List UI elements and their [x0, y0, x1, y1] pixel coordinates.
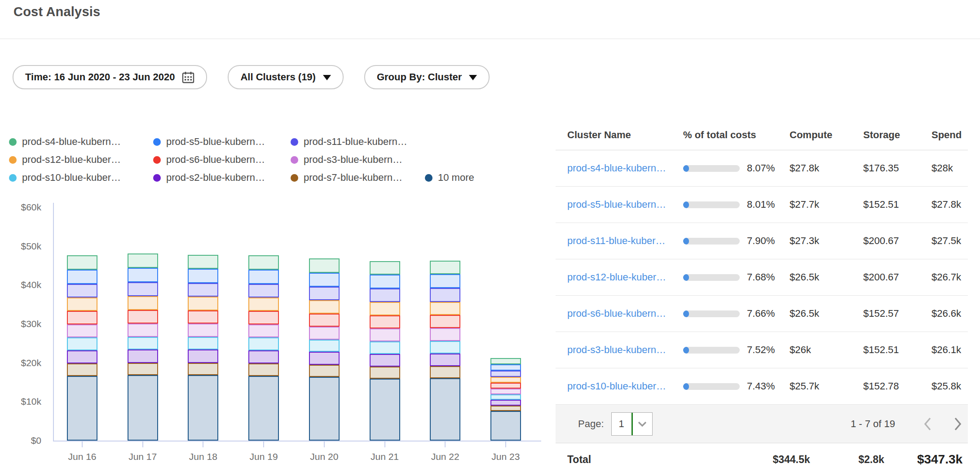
bar-segment-prod-s12-blue-kuber[interactable]	[248, 297, 279, 311]
bar-segment-prod-s7-blue-kubern[interactable]	[490, 406, 521, 411]
legend-item-10-more[interactable]: 10 more	[425, 172, 474, 184]
cluster-name-link[interactable]: prod-s11-blue-kuber…	[567, 235, 665, 246]
bar-segment-prod-s6-blue-kubern[interactable]	[309, 314, 340, 327]
bar-segment-prod-s3-blue-kubern[interactable]	[188, 323, 218, 337]
bar-segment-10-more[interactable]	[248, 376, 279, 441]
legend-item[interactable]: prod-s2-blue-kubern…	[153, 172, 291, 184]
bar-segment-10-more[interactable]	[309, 377, 340, 441]
bar-segment-prod-s12-blue-kuber[interactable]	[309, 300, 340, 313]
bar-segment-prod-s7-blue-kubern[interactable]	[188, 363, 218, 376]
legend-item[interactable]: prod-s6-blue-kubern…	[153, 154, 291, 166]
bar-segment-prod-s5-blue-kubern[interactable]	[309, 273, 340, 287]
bar-segment-prod-s10-blue-kuber[interactable]	[430, 341, 460, 354]
bar-segment-prod-s7-blue-kubern[interactable]	[248, 363, 279, 376]
bar-segment-10-more[interactable]	[430, 378, 460, 441]
bar-segment-prod-s6-blue-kubern[interactable]	[430, 315, 460, 328]
cluster-name-link[interactable]: prod-s4-blue-kubern…	[567, 162, 666, 174]
cluster-name-link[interactable]: prod-s12-blue-kuber…	[567, 271, 666, 283]
legend-item[interactable]: prod-s3-blue-kubern…	[291, 154, 425, 166]
bar-segment-prod-s6-blue-kubern[interactable]	[128, 310, 158, 323]
bar-segment-prod-s12-blue-kuber[interactable]	[67, 297, 97, 311]
cluster-name-link[interactable]: prod-s3-blue-kubern…	[567, 344, 666, 355]
bar-segment-prod-s2-blue-kubern[interactable]	[67, 350, 97, 363]
bar-segment-prod-s3-blue-kubern[interactable]	[430, 328, 460, 341]
bar-segment-prod-s10-blue-kuber[interactable]	[490, 394, 521, 400]
bar-segment-prod-s2-blue-kubern[interactable]	[248, 350, 279, 363]
bar-segment-prod-s12-blue-kuber[interactable]	[188, 297, 218, 310]
bar-segment-prod-s3-blue-kubern[interactable]	[67, 324, 97, 337]
bar-segment-prod-s2-blue-kubern[interactable]	[188, 350, 218, 363]
bar-segment-prod-s2-blue-kubern[interactable]	[370, 354, 400, 367]
bar-segment-prod-s7-blue-kubern[interactable]	[67, 363, 97, 376]
bar-segment-prod-s5-blue-kubern[interactable]	[128, 268, 158, 282]
bar-segment-prod-s4-blue-kubern[interactable]	[248, 255, 279, 269]
legend-item[interactable]: prod-s4-blue-kubern…	[9, 136, 153, 148]
group-by-dropdown[interactable]: Group By: Cluster	[364, 65, 490, 89]
bar-segment-prod-s12-blue-kuber[interactable]	[128, 296, 158, 310]
cluster-name-link[interactable]: prod-s6-blue-kubern…	[567, 308, 666, 319]
bar-segment-prod-s2-blue-kubern[interactable]	[430, 354, 460, 367]
bar-segment-prod-s3-blue-kubern[interactable]	[490, 389, 521, 394]
bar-segment-10-more[interactable]	[490, 411, 521, 441]
bar-segment-prod-s5-blue-kubern[interactable]	[188, 269, 218, 283]
bar-segment-prod-s5-blue-kubern[interactable]	[67, 270, 97, 284]
bar-segment-prod-s3-blue-kubern[interactable]	[248, 324, 279, 337]
bar-segment-prod-s10-blue-kuber[interactable]	[128, 337, 158, 350]
bar-segment-prod-s7-blue-kubern[interactable]	[309, 365, 340, 377]
bar-segment-prod-s4-blue-kubern[interactable]	[309, 258, 340, 272]
legend-item[interactable]: prod-s12-blue-kuber…	[9, 154, 153, 166]
bar-segment-prod-s12-blue-kuber[interactable]	[370, 302, 400, 315]
bar-segment-prod-s11-blue-kubern[interactable]	[248, 284, 279, 297]
bar-segment-prod-s2-blue-kubern[interactable]	[309, 352, 340, 365]
bar-segment-prod-s6-blue-kubern[interactable]	[370, 315, 400, 328]
legend-item[interactable]: prod-s10-blue-kuber…	[9, 172, 153, 184]
bar-segment-prod-s10-blue-kuber[interactable]	[188, 337, 218, 350]
bar-segment-prod-s4-blue-kubern[interactable]	[430, 261, 460, 274]
bar-segment-prod-s7-blue-kubern[interactable]	[128, 363, 158, 376]
bar-segment-prod-s7-blue-kubern[interactable]	[370, 367, 400, 379]
bar-segment-prod-s3-blue-kubern[interactable]	[309, 327, 340, 340]
clusters-dropdown[interactable]: All Clusters (19)	[228, 65, 344, 89]
bar-segment-prod-s11-blue-kubern[interactable]	[67, 284, 97, 297]
bar-segment-prod-s2-blue-kubern[interactable]	[128, 350, 158, 363]
bar-segment-prod-s12-blue-kuber[interactable]	[430, 302, 460, 315]
bar-segment-prod-s5-blue-kubern[interactable]	[248, 270, 279, 284]
bar-segment-prod-s11-blue-kubern[interactable]	[309, 287, 340, 300]
bar-segment-prod-s3-blue-kubern[interactable]	[128, 323, 158, 337]
bar-segment-prod-s4-blue-kubern[interactable]	[370, 261, 400, 275]
cluster-name-link[interactable]: prod-s10-blue-kuber…	[567, 380, 666, 392]
bar-segment-prod-s5-blue-kubern[interactable]	[490, 364, 521, 371]
bar-segment-prod-s11-blue-kubern[interactable]	[128, 282, 158, 296]
bar-segment-prod-s6-blue-kubern[interactable]	[248, 311, 279, 324]
legend-item[interactable]: prod-s11-blue-kubern…	[291, 136, 425, 148]
bar-segment-10-more[interactable]	[128, 375, 158, 441]
bar-segment-10-more[interactable]	[370, 379, 400, 441]
bar-segment-prod-s6-blue-kubern[interactable]	[490, 383, 521, 389]
bar-segment-10-more[interactable]	[188, 375, 218, 441]
bar-segment-prod-s5-blue-kubern[interactable]	[430, 274, 460, 288]
bar-segment-10-more[interactable]	[67, 376, 97, 441]
bar-segment-prod-s11-blue-kubern[interactable]	[430, 288, 460, 302]
page-select[interactable]: 1	[611, 412, 653, 436]
bar-segment-prod-s7-blue-kubern[interactable]	[430, 366, 460, 378]
bar-segment-prod-s3-blue-kubern[interactable]	[370, 328, 400, 341]
bar-segment-prod-s6-blue-kubern[interactable]	[67, 311, 97, 324]
legend-item[interactable]: prod-s5-blue-kubern…	[153, 136, 291, 148]
bar-segment-prod-s10-blue-kuber[interactable]	[370, 341, 400, 354]
bar-segment-prod-s6-blue-kubern[interactable]	[188, 310, 218, 323]
bar-segment-prod-s11-blue-kubern[interactable]	[490, 371, 521, 377]
bar-segment-prod-s11-blue-kubern[interactable]	[370, 288, 400, 302]
bar-segment-prod-s10-blue-kuber[interactable]	[67, 337, 97, 350]
bar-segment-prod-s5-blue-kubern[interactable]	[370, 275, 400, 288]
cluster-name-link[interactable]: prod-s5-blue-kubern…	[567, 199, 666, 210]
bar-segment-prod-s12-blue-kuber[interactable]	[490, 377, 521, 383]
legend-item[interactable]: prod-s7-blue-kubern…	[291, 172, 425, 184]
prev-page-chevron-icon[interactable]	[918, 415, 936, 433]
bar-segment-prod-s10-blue-kuber[interactable]	[309, 340, 340, 352]
bar-segment-prod-s2-blue-kubern[interactable]	[490, 400, 521, 406]
bar-segment-prod-s10-blue-kuber[interactable]	[248, 337, 279, 350]
bar-segment-prod-s4-blue-kubern[interactable]	[128, 253, 158, 268]
bar-segment-prod-s11-blue-kubern[interactable]	[188, 283, 218, 297]
next-page-chevron-icon[interactable]	[949, 415, 967, 433]
bar-segment-prod-s4-blue-kubern[interactable]	[188, 255, 218, 269]
